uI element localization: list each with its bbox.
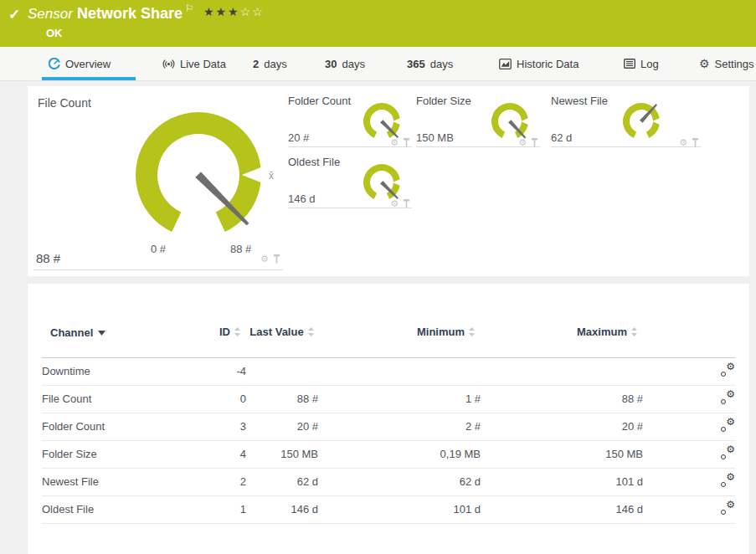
- prtg-sensor-page: ✓ Sensor Network Share ⚐ ★★★☆☆ OK Overvi…: [0, 0, 756, 554]
- channel-id-cell: 4: [201, 440, 246, 468]
- channel-name-cell[interactable]: Newest File: [42, 468, 201, 495]
- tab-30-days[interactable]: 30 days: [325, 47, 365, 80]
- primary-tile-divider: [33, 269, 283, 270]
- status-ok-check-icon: ✓: [8, 6, 20, 23]
- sort-icon: [468, 326, 476, 341]
- average-marker-label: x̄: [269, 170, 274, 182]
- tab-30-days-unit: days: [342, 58, 364, 70]
- table-row[interactable]: Oldest File 1 146 d 101 d 146 d ⚙: [42, 495, 735, 523]
- channel-last-value-cell: 20 #: [246, 413, 318, 440]
- gauge-settings-gear-icon[interactable]: ⚙: [390, 199, 399, 208]
- pin-icon[interactable]: [692, 138, 699, 147]
- channel-settings-icon[interactable]: ⚙: [721, 502, 735, 515]
- gauge-settings-gear-icon[interactable]: ⚙: [260, 254, 269, 264]
- tab-2-days-number: 2: [253, 58, 259, 70]
- gauge-tile-folder-size[interactable]: Folder Size 150 MB ⚙: [416, 95, 540, 147]
- channel-maximum-cell: [481, 357, 643, 385]
- channel-settings-icon[interactable]: ⚙: [721, 474, 735, 487]
- pin-icon[interactable]: [403, 199, 410, 208]
- column-header-last-value[interactable]: Last Value: [246, 314, 318, 357]
- active-tab-underline: [42, 77, 136, 80]
- gauge-settings-gear-icon[interactable]: ⚙: [518, 138, 527, 147]
- column-header-minimum[interactable]: Minimum: [318, 314, 481, 357]
- sensor-title: Network Share: [77, 5, 183, 23]
- pin-icon[interactable]: [273, 254, 280, 264]
- channels-panel: Channel ID Last Value Minimum Maximum Do…: [28, 284, 749, 554]
- priority-stars-filled[interactable]: ★★★: [203, 5, 240, 18]
- tab-365-days[interactable]: 365 days: [407, 47, 453, 80]
- table-row[interactable]: Newest File 2 62 d 62 d 101 d ⚙: [42, 468, 735, 495]
- channel-name-cell[interactable]: Folder Size: [42, 440, 201, 468]
- tab-log[interactable]: Log: [624, 47, 659, 80]
- channel-maximum-cell: 146 d: [481, 495, 643, 523]
- priority-stars-empty[interactable]: ☆☆: [240, 5, 265, 18]
- small-gauge: [616, 98, 666, 148]
- channel-last-value-cell: [246, 357, 318, 385]
- channel-minimum-cell: 0,19 MB: [318, 440, 481, 468]
- channel-id-cell: 3: [201, 413, 246, 440]
- channel-name-cell[interactable]: Folder Count: [42, 413, 201, 440]
- channel-minimum-cell: 62 d: [318, 468, 481, 495]
- channel-minimum-cell: 101 d: [318, 495, 481, 523]
- channel-last-value-cell: 150 MB: [246, 440, 318, 468]
- gauge-settings-gear-icon[interactable]: ⚙: [390, 138, 399, 147]
- tile-title: Oldest File: [288, 156, 340, 168]
- channel-settings-icon[interactable]: ⚙: [721, 392, 735, 404]
- column-header-id[interactable]: ID: [201, 314, 246, 357]
- tab-settings-label: Settings: [715, 58, 754, 70]
- column-header-maximum[interactable]: Maximum: [481, 314, 643, 357]
- primary-gauge-title: File Count: [38, 96, 91, 110]
- channel-minimum-cell: 1 #: [318, 385, 481, 413]
- priority-stars[interactable]: ★★★☆☆: [203, 5, 265, 18]
- channel-maximum-cell: 20 #: [481, 413, 643, 440]
- sort-icon: [307, 326, 315, 341]
- channel-maximum-cell: 88 #: [481, 385, 643, 413]
- channel-name-cell[interactable]: File Count: [42, 385, 201, 413]
- pin-icon[interactable]: [403, 138, 410, 147]
- channel-settings-icon[interactable]: ⚙: [721, 419, 735, 432]
- channel-settings-icon[interactable]: ⚙: [721, 364, 735, 377]
- tile-title: Newest File: [551, 95, 608, 107]
- gauge-settings-gear-icon[interactable]: ⚙: [679, 138, 687, 147]
- channel-name-cell[interactable]: Downtime: [42, 357, 201, 385]
- tab-settings[interactable]: ⚙ Settings: [699, 47, 754, 80]
- tab-overview[interactable]: Overview: [49, 47, 111, 80]
- gauge-tile-oldest-file[interactable]: Oldest File 146 d ⚙: [288, 156, 412, 208]
- tab-live-data-label: Live Data: [180, 58, 226, 70]
- sort-icon: [630, 326, 638, 341]
- channel-minimum-cell: 2 #: [318, 413, 481, 440]
- channel-id-cell: 0: [201, 385, 246, 413]
- tile-value: 150 MB: [416, 131, 454, 144]
- channel-last-value-cell: 62 d: [246, 468, 318, 495]
- table-header-row: Channel ID Last Value Minimum Maximum: [42, 314, 735, 357]
- table-row[interactable]: File Count 0 88 # 1 # 88 # ⚙: [42, 385, 735, 413]
- pin-icon[interactable]: [531, 138, 538, 147]
- channels-table: Channel ID Last Value Minimum Maximum Do…: [42, 314, 735, 524]
- column-header-channel[interactable]: Channel: [42, 314, 201, 357]
- channel-maximum-cell: 101 d: [481, 468, 643, 495]
- channel-name-cell[interactable]: Oldest File: [42, 495, 201, 523]
- tab-historic-data[interactable]: Historic Data: [499, 47, 579, 80]
- tile-value: 20 #: [288, 131, 309, 144]
- flag-icon[interactable]: ⚐: [185, 3, 194, 14]
- channel-last-value-cell: 88 #: [246, 385, 318, 413]
- tab-historic-data-label: Historic Data: [517, 58, 579, 70]
- tab-365-days-number: 365: [407, 58, 425, 70]
- gauge-tile-newest-file[interactable]: Newest File 62 d ⚙: [551, 95, 701, 147]
- table-row[interactable]: Folder Count 3 20 # 2 # 20 # ⚙: [42, 413, 735, 440]
- tile-title: Folder Size: [416, 95, 471, 107]
- table-row[interactable]: Folder Size 4 150 MB 0,19 MB 150 MB ⚙: [42, 440, 735, 468]
- object-kind-label: Sensor: [28, 6, 73, 23]
- table-row[interactable]: Downtime -4 ⚙: [42, 357, 735, 385]
- tab-2-days-unit: days: [264, 58, 286, 70]
- tab-overview-label: Overview: [65, 58, 111, 70]
- status-badge: OK: [46, 27, 63, 39]
- tab-2-days[interactable]: 2 days: [253, 47, 287, 80]
- sensor-header: ✓ Sensor Network Share ⚐ ★★★☆☆ OK: [0, 0, 756, 47]
- tab-live-data[interactable]: Live Data: [162, 47, 226, 80]
- gauge-tile-folder-count[interactable]: Folder Count 20 # ⚙: [288, 95, 412, 147]
- primary-gauge-max-label: 88 #: [230, 243, 251, 255]
- channel-maximum-cell: 150 MB: [481, 440, 643, 468]
- channel-settings-icon[interactable]: ⚙: [721, 447, 735, 459]
- primary-gauge[interactable]: x̄: [106, 87, 291, 271]
